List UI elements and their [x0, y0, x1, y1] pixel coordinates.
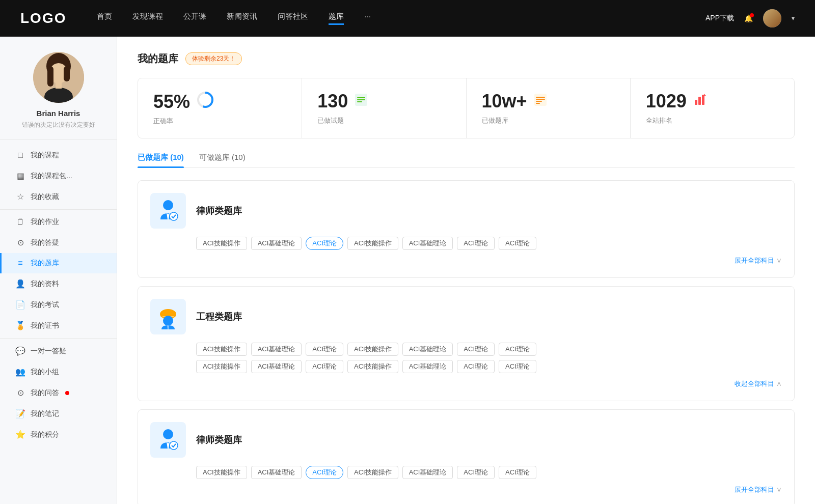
stat-rank: 1029 全站排名 [631, 78, 794, 138]
svg-rect-16 [536, 101, 542, 102]
tag-2-active[interactable]: ACI理论 [306, 237, 343, 250]
eng-tag-5[interactable]: ACI理论 [457, 343, 495, 356]
course-packages-icon: ▦ [15, 171, 25, 181]
svg-rect-18 [695, 100, 697, 105]
tag-1[interactable]: ACI基础理论 [251, 237, 302, 250]
nav-opencourse[interactable]: 公开课 [183, 12, 206, 25]
expand-link-lawyer-2[interactable]: 展开全部科目 ∨ [150, 483, 782, 494]
stat-questions-done-label: 已做试题 [317, 116, 450, 125]
nav-more[interactable]: ··· [364, 12, 371, 25]
avatar[interactable] [763, 9, 781, 27]
eng-tag2-6[interactable]: ACI理论 [499, 360, 536, 373]
stat-accuracy-label: 正确率 [153, 117, 286, 126]
qbank-lawyer-2-icon-wrap [150, 422, 186, 458]
eng-tag2-0[interactable]: ACI技能操作 [196, 360, 247, 373]
sidebar-profile: Brian Harris 错误的决定比没有决定要好 [0, 52, 117, 140]
qbank-card-lawyer-1: 律师类题库 ACI技能操作 ACI基础理论 ACI理论 ACI技能操作 ACI基… [138, 180, 795, 278]
eng-tag2-4[interactable]: ACI基础理论 [402, 360, 453, 373]
tag-3[interactable]: ACI技能操作 [347, 237, 398, 250]
tab-available-banks[interactable]: 可做题库 (10) [199, 153, 246, 167]
qbank-lawyer-icon-wrap [150, 193, 186, 229]
qbank-tags-lawyer-2: ACI技能操作 ACI基础理论 ACI理论 ACI技能操作 ACI基础理论 AC… [150, 466, 782, 479]
sidebar-item-points[interactable]: ⭐ 我的积分 [0, 424, 117, 445]
notification-bell[interactable]: 🔔 [744, 14, 753, 22]
expand-link-engineer[interactable]: 收起全部科目 ∧ [150, 377, 782, 388]
expand-link-lawyer-1[interactable]: 展开全部科目 ∨ [150, 254, 782, 265]
nav-news[interactable]: 新闻资讯 [227, 12, 257, 25]
sidebar-item-one-on-one[interactable]: 💬 一对一答疑 [0, 341, 117, 361]
tag-6[interactable]: ACI理论 [499, 237, 536, 250]
nav-home[interactable]: 首页 [97, 12, 112, 25]
stat-accuracy-value: 55% [153, 91, 190, 113]
tag-4[interactable]: ACI基础理论 [402, 237, 453, 250]
eng-tag2-3[interactable]: ACI技能操作 [347, 360, 398, 373]
sidebar-item-favorites[interactable]: ☆ 我的收藏 [0, 186, 117, 207]
eng-tag-4[interactable]: ACI基础理论 [402, 343, 453, 356]
l2-tag-6[interactable]: ACI理论 [499, 466, 536, 479]
sidebar-item-homework[interactable]: 🗒 我的作业 [0, 212, 117, 232]
svg-point-21 [163, 200, 173, 210]
favorites-icon: ☆ [15, 192, 25, 202]
profile-motto: 错误的决定比没有决定要好 [12, 121, 105, 129]
nav-qa[interactable]: 问答社区 [278, 12, 308, 25]
l2-tag-4[interactable]: ACI基础理论 [402, 466, 453, 479]
exams-icon: 📄 [15, 300, 25, 310]
qbank-title-lawyer-1: 律师类题库 [196, 205, 242, 217]
eng-tag-1[interactable]: ACI基础理论 [251, 343, 302, 356]
sidebar-item-groups[interactable]: 👥 我的小组 [0, 361, 117, 382]
groups-icon: 👥 [15, 367, 25, 377]
main-layout: Brian Harris 错误的决定比没有决定要好 □ 我的课程 ▦ 我的课程包… [0, 37, 815, 504]
l2-tag-5[interactable]: ACI理论 [457, 466, 495, 479]
sidebar-menu: □ 我的课程 ▦ 我的课程包... ☆ 我的收藏 🗒 我的作业 ⊙ 我的 [0, 140, 117, 450]
sidebar-item-notes[interactable]: 📝 我的笔记 [0, 403, 117, 424]
eng-tag-2[interactable]: ACI理论 [306, 343, 343, 356]
stat-banks-done: 10w+ 已做题库 [467, 78, 631, 138]
l2-tag-0[interactable]: ACI技能操作 [196, 466, 247, 479]
qbank-tags-lawyer-1: ACI技能操作 ACI基础理论 ACI理论 ACI技能操作 ACI基础理论 AC… [150, 237, 782, 250]
sidebar-item-my-qa[interactable]: ⊙ 我的问答 [0, 382, 117, 403]
logo: LOGO [20, 10, 66, 26]
profile-name: Brian Harris [37, 109, 80, 118]
my-qa-notification-dot [65, 391, 69, 395]
svg-rect-6 [56, 81, 62, 89]
tag-5[interactable]: ACI理论 [457, 237, 495, 250]
eng-tag2-2[interactable]: ACI理论 [306, 360, 343, 373]
tag-0[interactable]: ACI技能操作 [196, 237, 247, 250]
accuracy-donut-icon [196, 91, 214, 113]
sidebar-item-exams[interactable]: 📄 我的考试 [0, 294, 117, 315]
eng-tag-0[interactable]: ACI技能操作 [196, 343, 247, 356]
sidebar-item-profile[interactable]: 👤 我的资料 [0, 273, 117, 294]
svg-rect-11 [357, 99, 365, 100]
sidebar-item-qbank[interactable]: ≡ 我的题库 [0, 253, 117, 273]
eng-tag2-5[interactable]: ACI理论 [457, 360, 495, 373]
nav-discover[interactable]: 发现课程 [132, 12, 163, 25]
tabs-row: 已做题库 (10) 可做题库 (10) [138, 153, 795, 168]
l2-tag-3[interactable]: ACI技能操作 [347, 466, 398, 479]
qbank-header-lawyer-2: 律师类题库 [150, 422, 782, 458]
qbank-engineer-icon-wrap [150, 299, 186, 334]
svg-point-30 [170, 441, 178, 450]
svg-rect-4 [64, 66, 70, 81]
svg-point-29 [163, 429, 173, 439]
courses-icon: □ [15, 151, 25, 160]
profile-icon: 👤 [15, 279, 25, 289]
trial-badge: 体验剩余23天！ [185, 52, 242, 65]
eng-tag-3[interactable]: ACI技能操作 [347, 343, 398, 356]
eng-tag-6[interactable]: ACI理论 [499, 343, 536, 356]
app-download-button[interactable]: APP下载 [705, 14, 734, 23]
qbank-tags-engineer-row2: ACI技能操作 ACI基础理论 ACI理论 ACI技能操作 ACI基础理论 AC… [150, 360, 782, 373]
l2-tag-1[interactable]: ACI基础理论 [251, 466, 302, 479]
sidebar-item-certificates[interactable]: 🏅 我的证书 [0, 315, 117, 336]
stat-rank-top: 1029 [646, 91, 779, 112]
stat-accuracy: 55% 正确率 [138, 78, 302, 138]
nav-qbank[interactable]: 题库 [329, 12, 344, 25]
sidebar-item-qa-answer[interactable]: ⊙ 我的答疑 [0, 232, 117, 253]
tab-done-banks[interactable]: 已做题库 (10) [138, 153, 184, 167]
stat-rank-label: 全站排名 [646, 116, 779, 125]
avatar-dropdown-arrow[interactable]: ▾ [792, 15, 795, 22]
qbank-card-engineer: 工程类题库 ACI技能操作 ACI基础理论 ACI理论 ACI技能操作 ACI基… [138, 286, 795, 401]
sidebar-item-courses[interactable]: □ 我的课程 [0, 145, 117, 165]
sidebar-item-course-packages[interactable]: ▦ 我的课程包... [0, 165, 117, 186]
l2-tag-2-active[interactable]: ACI理论 [306, 466, 343, 479]
eng-tag2-1[interactable]: ACI基础理论 [251, 360, 302, 373]
